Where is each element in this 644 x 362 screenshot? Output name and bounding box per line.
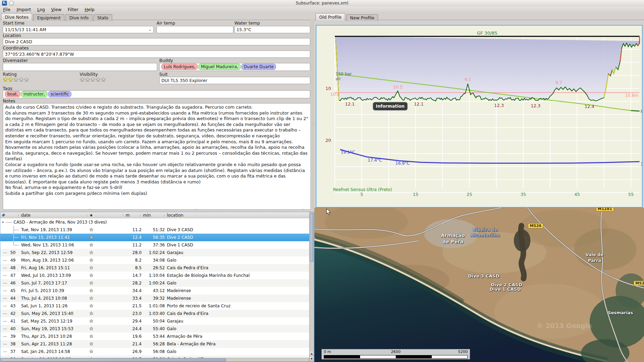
star-icon: ★ (89, 234, 93, 241)
buddy-field[interactable]: Luís Rodrigues,Miguel Madureira,Duarte D… (159, 63, 310, 71)
table-row[interactable]: 48Fri, Aug 16, 2013 15:11★★★★★8.526:52Ca… (0, 264, 309, 272)
divemaster-field[interactable] (3, 63, 157, 71)
table-row[interactable]: 50Sun, Sep 22, 2013 12:59★★★★★28.01:02:2… (0, 249, 309, 256)
menu-import[interactable]: Import (14, 6, 34, 13)
water-temp-field[interactable]: 15.3°C (234, 26, 310, 33)
rating-stars[interactable]: ★★★★★ (3, 76, 29, 83)
tag-pill[interactable]: Miguel Madureira, (198, 64, 241, 70)
table-row[interactable]: Tue, Nov 19, 2013 11:39★★★★★11.251:32Div… (0, 226, 309, 234)
table-row[interactable]: 41Sat, May 25, 2013 12:19★★★★★29.450:04G… (0, 317, 309, 325)
table-row[interactable]: 42Sun, May 26, 2013 15:40★★★★★23.01:03:4… (0, 310, 309, 317)
app-icon (2, 1, 7, 6)
column-header-location[interactable]: location (167, 212, 236, 218)
scroll-up-button[interactable]: ▲ (310, 351, 314, 356)
map-scale-bar: 0 m 2600 5200 (321, 349, 470, 360)
scroll-down-button[interactable]: ▼ (310, 356, 314, 361)
menu-filter[interactable]: Filter (64, 6, 81, 13)
tag-pill[interactable]: Luís Rodrigues, (161, 64, 198, 70)
chevron-down-icon[interactable]: ⌄ (149, 26, 152, 33)
table-row[interactable]: 44Thu, Jul 4, 2013 10:08★★★★★33.439:32Ma… (0, 295, 309, 302)
star-icon: ★ (89, 241, 93, 249)
menu-log[interactable]: Log (34, 6, 48, 13)
collapse-arrow-icon[interactable]: ▾ (2, 218, 4, 226)
suit-field[interactable]: DUI TLS 350 Explorer (159, 77, 310, 84)
table-row[interactable]: 49Mon, Aug 19, 2013 12:06★★★★★8.234:08Ga… (0, 256, 309, 264)
dive-location: Bela - Armação de Pêra (167, 340, 305, 348)
table-row[interactable]: 37Sat, Jan 26, 2013 14:58★★★★★26.956:08G… (0, 348, 309, 355)
tab-stats[interactable]: Stats (93, 14, 112, 21)
tab-new-profile[interactable]: New Profile (346, 14, 378, 21)
dive-depth: 28.0 (126, 249, 142, 256)
start-time-combobox[interactable]: 11/15/13 11:41 AM⌄ (3, 26, 154, 33)
dive-site-map[interactable]: Armaçãode PêraRibeira deAlcantarilhaM526… (314, 208, 644, 362)
start-time-label: Start time (3, 20, 25, 26)
location-field[interactable]: Dive 2 CASD (3, 38, 310, 45)
column-header-★[interactable]: ★ (89, 212, 103, 218)
dive-number: 50 (2, 249, 16, 256)
menu-help[interactable]: Help (81, 6, 98, 13)
window-titlebar[interactable]: Subsurface: paneves.xml (0, 0, 644, 7)
menu-file[interactable]: File (0, 6, 14, 13)
tag-pill[interactable]: Duarte Duarte (241, 64, 276, 70)
dive-list-hscrollbar[interactable] (0, 358, 309, 362)
table-row[interactable]: 39Thu, Apr 25, 2013 10:28★★★★★19.653:44A… (0, 333, 309, 340)
table-row[interactable]: 43Sat, Jun 1, 2013 11:26★★★★★21.51:01:08… (0, 302, 309, 310)
tag-pill[interactable]: instructor, (21, 91, 47, 97)
column-header-date[interactable]: date (21, 212, 87, 218)
air-temp-field[interactable] (156, 26, 233, 33)
window-menu-button[interactable] (9, 1, 14, 6)
visibility-stars[interactable]: ★★★★★ (80, 76, 106, 83)
star-icon: ★ (19, 76, 24, 83)
table-row[interactable]: Fri, Nov 15, 2013 11:41★★★★★12.456:35Div… (0, 234, 309, 241)
trip-group-row[interactable]: ▾CASD - Armação de Pêra, Nov 2013 (3 div… (0, 218, 309, 226)
table-row[interactable]: 47Wed, Jul 10, 2013 13:09★★★★★14.71:10:0… (0, 272, 309, 279)
star-icon: ★ (96, 76, 101, 83)
column-header-num[interactable]: # (2, 212, 16, 218)
dive-duration: 26:52 (141, 264, 165, 272)
dive-duration: 56:35 (141, 234, 165, 241)
horizontal-splitter[interactable]: ⋯ (88, 207, 92, 211)
coordinates-field[interactable]: 37°05'23.460"N 8°20'47.879"W (3, 51, 310, 58)
tag-pill[interactable]: scientific (48, 91, 71, 97)
dive-computer-label: Reefnet Sensus Ultra (Preto) (333, 187, 392, 192)
tab-old-profile[interactable]: Old Profile (315, 13, 345, 20)
depth-annotation: 10.5 (393, 84, 403, 90)
dive-depth: 24.4 (126, 325, 142, 333)
tab-dive-notes[interactable]: Dive Notes (1, 13, 32, 20)
dive-list-vscrollbar[interactable]: ▲ ▼ (309, 212, 314, 362)
map-label: Ribeira de (473, 227, 498, 232)
table-row[interactable]: 38Sun, Apr 21, 2013 11:28★★★★★21.456:28B… (0, 340, 309, 348)
column-header-min[interactable]: min (143, 212, 164, 218)
table-row[interactable]: Wed, Nov 13, 2013 11:06★★★★★11.237:36Div… (0, 241, 309, 249)
tag-pill[interactable]: boat, (5, 91, 20, 97)
dive-duration: 34:08 (141, 256, 165, 264)
dive-duration: 1:02:24 (141, 249, 165, 256)
dive-number: 47 (2, 272, 16, 279)
time-axis-tick: 55 (628, 192, 634, 197)
tab-dive-info[interactable]: Dive Info (65, 14, 92, 21)
column-header-m[interactable]: m (126, 212, 142, 218)
notes-textarea[interactable]: Aula do curso CASD. Transectos c/video e… (3, 103, 311, 210)
tab-equipment[interactable]: Equipment (33, 14, 64, 21)
left-tabstrip: Dive NotesEquipmentDive InfoStats (0, 13, 314, 20)
dive-location: Madeirense (167, 287, 305, 295)
dive-list-table[interactable]: #date★mminlocation ▾CASD - Armação de Pê… (0, 212, 314, 362)
vertical-splitter[interactable]: ⋯ (310, 19, 314, 210)
dive-list-header[interactable]: #date★mminlocation (0, 212, 309, 219)
menu-view[interactable]: View (48, 6, 65, 13)
dive-profile-chart[interactable]: GF 30/85150 barair80102010.8m10.812.110.… (316, 25, 643, 208)
star-icon: ★ (89, 264, 93, 272)
dive-date: Sun, Jul 7, 2013 17:17 (21, 279, 87, 287)
star-icon: ★ (101, 76, 106, 83)
information-tooltip[interactable]: Information (373, 102, 408, 111)
dive-number: 37 (2, 348, 16, 355)
star-icon: ★ (89, 272, 93, 279)
table-row[interactable]: 46Sun, Jul 7, 2013 17:17★★★★★28.21:00:24… (0, 279, 309, 287)
table-row[interactable]: 40Sun, May 19, 2013 15:53★★★★★24.455:40G… (0, 325, 309, 333)
table-row[interactable]: 45Fri, Jul 5, 2013 10:39★★★★★34.443:12Ma… (0, 287, 309, 295)
gas-label: air (336, 76, 341, 81)
time-axis-tick: 15 (413, 192, 418, 197)
tags-field[interactable]: boat,instructor,scientific (3, 90, 310, 98)
location-label: Location (3, 33, 21, 38)
dive-depth: 8.5 (126, 264, 142, 272)
